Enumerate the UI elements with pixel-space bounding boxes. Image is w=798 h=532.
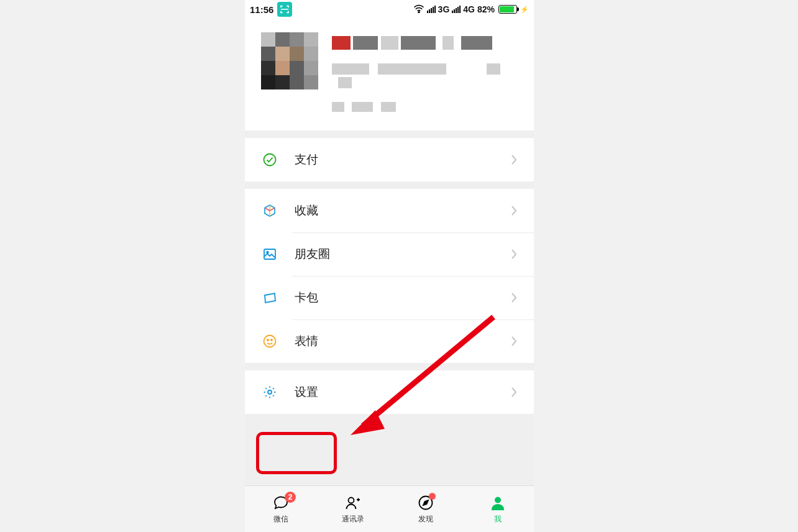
svg-point-4 bbox=[264, 336, 276, 347]
profile-info bbox=[332, 32, 518, 114]
phone-frame: 11:56 3G 4G 82% ⚡ bbox=[245, 0, 534, 532]
chevron-right-icon bbox=[510, 386, 518, 398]
menu-item-cards[interactable]: 卡包 bbox=[245, 276, 534, 319]
chevron-right-icon bbox=[510, 335, 518, 347]
scan-icon bbox=[277, 2, 292, 17]
pay-icon bbox=[261, 151, 278, 168]
me-icon bbox=[489, 494, 507, 511]
chevron-right-icon bbox=[510, 248, 518, 260]
charging-icon: ⚡ bbox=[520, 6, 529, 14]
favorites-icon bbox=[261, 202, 278, 219]
svg-marker-8 bbox=[351, 410, 385, 435]
menu-label: 表情 bbox=[295, 333, 318, 349]
svg-point-1 bbox=[264, 154, 276, 166]
tab-label: 微信 bbox=[273, 514, 288, 525]
wifi-icon bbox=[413, 4, 424, 15]
stickers-icon bbox=[261, 332, 278, 350]
svg-rect-2 bbox=[264, 249, 275, 259]
svg-point-5 bbox=[267, 339, 268, 341]
svg-point-6 bbox=[271, 339, 272, 341]
discover-badge-dot bbox=[429, 493, 436, 500]
status-battery-pct: 82% bbox=[477, 4, 495, 14]
avatar bbox=[261, 32, 318, 89]
chats-badge: 2 bbox=[285, 492, 296, 503]
menu-item-stickers[interactable]: 表情 bbox=[245, 319, 534, 363]
signal-4g-icon bbox=[452, 6, 461, 13]
profile-id-redacted bbox=[332, 63, 518, 91]
chevron-right-icon bbox=[510, 204, 518, 217]
tab-label: 通讯录 bbox=[342, 514, 364, 525]
page: 11:56 3G 4G 82% ⚡ bbox=[0, 0, 798, 532]
svg-point-3 bbox=[267, 252, 268, 254]
tab-chats[interactable]: 2 微信 bbox=[245, 486, 317, 532]
tab-me[interactable]: 我 bbox=[462, 486, 534, 532]
svg-point-0 bbox=[418, 11, 420, 12]
svg-point-7 bbox=[268, 390, 272, 394]
settings-icon bbox=[261, 383, 278, 401]
chevron-right-icon bbox=[510, 154, 518, 166]
tab-contacts[interactable]: 通讯录 bbox=[317, 486, 389, 532]
profile-header[interactable] bbox=[245, 19, 534, 131]
svg-point-9 bbox=[349, 497, 354, 503]
moments-icon bbox=[261, 245, 278, 263]
menu-label: 朋友圈 bbox=[295, 246, 330, 262]
tab-bar: 2 微信 通讯录 发现 bbox=[245, 485, 534, 532]
profile-extra-redacted bbox=[332, 102, 518, 114]
menu-item-moments[interactable]: 朋友圈 bbox=[245, 232, 534, 276]
profile-name-redacted bbox=[332, 36, 518, 52]
menu-group-main: 收藏 朋友圈 bbox=[245, 189, 534, 363]
status-4g: 4G bbox=[463, 4, 475, 14]
chevron-right-icon bbox=[510, 291, 518, 304]
menu-label: 卡包 bbox=[295, 290, 318, 306]
status-3g: 3G bbox=[438, 4, 450, 14]
menu-item-settings[interactable]: 设置 bbox=[245, 370, 534, 414]
menu-item-favorites[interactable]: 收藏 bbox=[245, 189, 534, 232]
contacts-icon bbox=[344, 494, 362, 511]
status-bar: 11:56 3G 4G 82% ⚡ bbox=[245, 0, 534, 19]
status-time: 11:56 bbox=[250, 4, 273, 15]
menu-group-settings: 设置 bbox=[245, 370, 534, 414]
tab-label: 我 bbox=[494, 514, 502, 525]
discover-icon bbox=[417, 494, 434, 511]
chats-icon: 2 bbox=[272, 494, 290, 511]
signal-3g-icon bbox=[427, 6, 436, 13]
menu-item-pay[interactable]: 支付 bbox=[245, 138, 534, 181]
tab-discover[interactable]: 发现 bbox=[390, 486, 462, 532]
svg-point-11 bbox=[495, 497, 501, 503]
battery-icon bbox=[498, 5, 517, 14]
menu-label: 收藏 bbox=[295, 203, 318, 219]
tab-label: 发现 bbox=[418, 514, 433, 525]
menu-group-pay: 支付 bbox=[245, 138, 534, 181]
cards-icon bbox=[261, 289, 278, 306]
menu-label: 支付 bbox=[295, 152, 318, 168]
annotation-highlight bbox=[256, 432, 337, 474]
menu-label: 设置 bbox=[295, 384, 318, 400]
